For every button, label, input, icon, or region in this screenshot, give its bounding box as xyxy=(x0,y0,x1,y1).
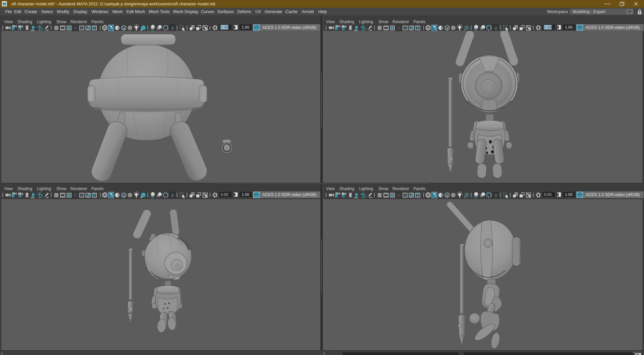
svg-text:0.00: 0.00 xyxy=(221,25,228,29)
svg-text:0.00: 0.00 xyxy=(221,192,228,196)
svg-text:0.00: 0.00 xyxy=(544,25,551,29)
svg-text:0.00: 0.00 xyxy=(544,192,551,196)
